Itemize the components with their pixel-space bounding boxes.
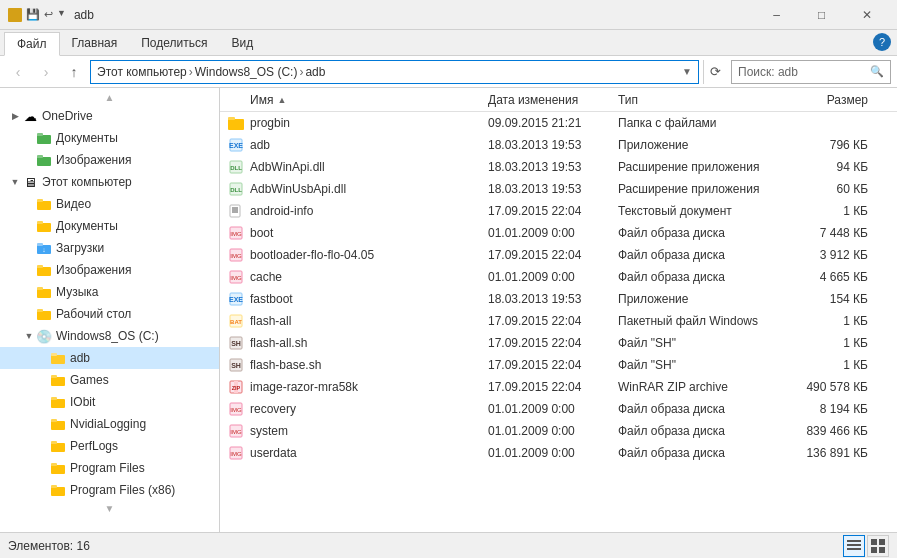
address-bar[interactable]: Этот компьютер › Windows8_OS (C:) › adb … [90, 60, 699, 84]
view-grid-button[interactable] [867, 535, 889, 557]
sidebar-item-music[interactable]: Музыка [0, 281, 219, 303]
table-row[interactable]: IMGbootloader-flo-flo-04.0517.09.2015 22… [220, 244, 897, 266]
folder-icon [36, 218, 52, 234]
view-detail-button[interactable] [843, 535, 865, 557]
table-row[interactable]: ZIPimage-razor-mra58k17.09.2015 22:04Win… [220, 376, 897, 398]
file-type: Файл образа диска [618, 270, 778, 284]
col-header-size[interactable]: Размер [778, 93, 868, 107]
file-name: flash-base.sh [250, 358, 488, 372]
up-button[interactable]: ↑ [62, 60, 86, 84]
sidebar-item-downloads[interactable]: ↓ Загрузки [0, 237, 219, 259]
content-area: Имя▲ Дата изменения Тип Размер progbin09… [220, 88, 897, 532]
svg-rect-69 [871, 539, 877, 545]
sidebar-item-computer[interactable]: ▼ 🖥 Этот компьютер [0, 171, 219, 193]
undo-icon[interactable]: ↩ [44, 8, 53, 22]
sidebar-item-label: PerfLogs [70, 439, 118, 453]
table-row[interactable]: android-info17.09.2015 22:04Текстовый до… [220, 200, 897, 222]
col-header-date[interactable]: Дата изменения [488, 93, 618, 107]
svg-rect-23 [51, 421, 65, 430]
sidebar-item-programfiles[interactable]: Program Files [0, 457, 219, 479]
tab-share[interactable]: Поделиться [129, 31, 219, 55]
file-size: 3 912 КБ [778, 248, 868, 262]
folder-icon [36, 196, 52, 212]
sidebar-item-label: Документы [56, 131, 118, 145]
file-type: Файл "SH" [618, 358, 778, 372]
tab-view[interactable]: Вид [219, 31, 265, 55]
file-type: Папка с файлами [618, 116, 778, 130]
tab-home[interactable]: Главная [60, 31, 130, 55]
sidebar-item-images-onedrive[interactable]: Изображения [0, 149, 219, 171]
sidebar-item-label: Музыка [56, 285, 98, 299]
table-row[interactable]: BATflash-all17.09.2015 22:04Пакетный фай… [220, 310, 897, 332]
refresh-button[interactable]: ⟳ [703, 60, 727, 84]
close-button[interactable]: ✕ [844, 0, 889, 30]
table-row[interactable]: DLLAdbWinApi.dll18.03.2013 19:53Расширен… [220, 156, 897, 178]
sidebar-item-programfiles-x86[interactable]: Program Files (x86) [0, 479, 219, 501]
sidebar-item-games[interactable]: Games [0, 369, 219, 391]
minimize-button[interactable]: – [754, 0, 799, 30]
sidebar-item-iobit[interactable]: IObit [0, 391, 219, 413]
search-box[interactable]: Поиск: adb 🔍 [731, 60, 891, 84]
sidebar-item-nvidia[interactable]: NvidiaLogging [0, 413, 219, 435]
table-row[interactable]: IMGsystem01.01.2009 0:00Файл образа диск… [220, 420, 897, 442]
sidebar-item-documents-onedrive[interactable]: Документы [0, 127, 219, 149]
maximize-button[interactable]: □ [799, 0, 844, 30]
sidebar-item-documents-pc[interactable]: Документы [0, 215, 219, 237]
file-icon: IMG [228, 247, 244, 263]
col-header-type[interactable]: Тип [618, 93, 778, 107]
folder-icon [50, 460, 66, 476]
address-dropdown-button[interactable]: ▼ [682, 66, 692, 77]
table-row[interactable]: SHflash-all.sh17.09.2015 22:04Файл "SH"1… [220, 332, 897, 354]
file-icon: SH [228, 357, 244, 373]
table-row[interactable]: progbin09.09.2015 21:21Папка с файлами [220, 112, 897, 134]
sidebar-item-drive-c[interactable]: ▼ 💿 Windows8_OS (C:) [0, 325, 219, 347]
table-row[interactable]: IMGrecovery01.01.2009 0:00Файл образа ди… [220, 398, 897, 420]
table-row[interactable]: DLLAdbWinUsbApi.dll18.03.2013 19:53Расши… [220, 178, 897, 200]
sidebar-item-perflogs[interactable]: PerfLogs [0, 435, 219, 457]
sidebar-scroll-down[interactable]: ▼ [0, 501, 219, 516]
file-date: 01.01.2009 0:00 [488, 270, 618, 284]
svg-rect-68 [847, 548, 861, 550]
quick-save-icon[interactable]: 💾 [26, 8, 40, 22]
sidebar-item-adb[interactable]: adb [0, 347, 219, 369]
svg-text:SH: SH [231, 362, 241, 369]
file-name: android-info [250, 204, 488, 218]
table-row[interactable]: IMGcache01.01.2009 0:00Файл образа диска… [220, 266, 897, 288]
address-bar-area: ‹ › ↑ Этот компьютер › Windows8_OS (C:) … [0, 56, 897, 88]
file-name: image-razor-mra58k [250, 380, 488, 394]
file-name: adb [250, 138, 488, 152]
file-size: 154 КБ [778, 292, 868, 306]
svg-text:IMG: IMG [230, 451, 242, 457]
svg-rect-11 [37, 267, 51, 276]
sidebar-item-label: NvidiaLogging [70, 417, 146, 431]
table-row[interactable]: SHflash-base.sh17.09.2015 22:04Файл "SH"… [220, 354, 897, 376]
file-name: boot [250, 226, 488, 240]
svg-rect-26 [51, 441, 57, 444]
file-icon: IMG [228, 269, 244, 285]
file-date: 18.03.2013 19:53 [488, 292, 618, 306]
sidebar-item-video[interactable]: Видео [0, 193, 219, 215]
quick-access-icon[interactable] [8, 8, 22, 22]
table-row[interactable]: IMGboot01.01.2009 0:00Файл образа диска7… [220, 222, 897, 244]
file-icon [228, 115, 244, 131]
svg-rect-17 [51, 355, 65, 364]
sidebar-item-desktop[interactable]: Рабочий стол [0, 303, 219, 325]
table-row[interactable]: EXEfastboot18.03.2013 19:53Приложение154… [220, 288, 897, 310]
tab-file[interactable]: Файл [4, 32, 60, 56]
sidebar-item-onedrive[interactable]: ▶ ☁ OneDrive [0, 105, 219, 127]
table-row[interactable]: EXEadb18.03.2013 19:53Приложение796 КБ [220, 134, 897, 156]
ribbon-help-button[interactable]: ? [873, 33, 891, 51]
forward-button[interactable]: › [34, 60, 58, 84]
svg-rect-1 [37, 133, 43, 136]
file-name: progbin [250, 116, 488, 130]
dropdown-icon[interactable]: ▼ [57, 8, 66, 22]
search-icon[interactable]: 🔍 [870, 65, 884, 78]
expand-icon: ▼ [22, 329, 36, 343]
sidebar-item-images-pc[interactable]: Изображения [0, 259, 219, 281]
back-button[interactable]: ‹ [6, 60, 30, 84]
col-header-name[interactable]: Имя▲ [250, 93, 488, 107]
address-sep1: › [189, 65, 193, 79]
table-row[interactable]: IMGuserdata01.01.2009 0:00Файл образа ди… [220, 442, 897, 464]
sidebar-scroll-up[interactable]: ▲ [0, 90, 219, 105]
file-type: Пакетный файл Windows [618, 314, 778, 328]
